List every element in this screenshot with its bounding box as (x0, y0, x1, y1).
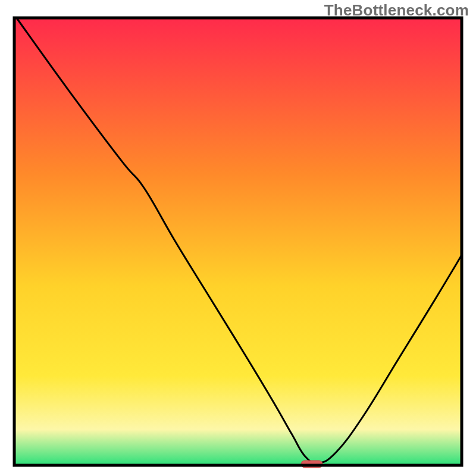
plot-background (14, 18, 462, 465)
watermark-text: TheBottleneck.com (324, 1, 469, 20)
chart-svg (0, 0, 476, 476)
chart-container: { "watermark": "TheBottleneck.com", "col… (0, 0, 476, 476)
